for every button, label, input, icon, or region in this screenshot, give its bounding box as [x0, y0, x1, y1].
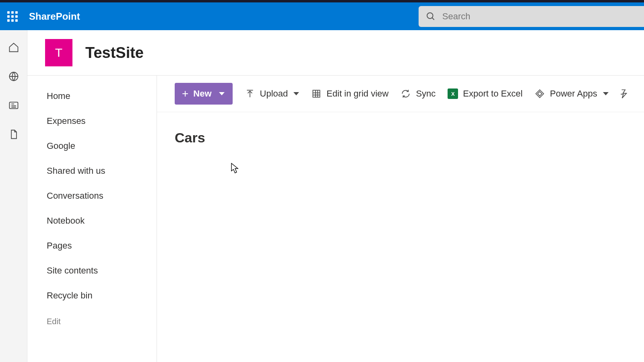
chevron-down-icon [603, 92, 609, 95]
search-input[interactable] [436, 11, 644, 22]
nav-home[interactable]: Home [27, 84, 157, 109]
file-icon [8, 129, 19, 140]
suite-nav-bar: SharePoint [0, 0, 644, 30]
svg-rect-9 [313, 90, 320, 97]
upload-label: Upload [260, 88, 288, 99]
sync-button[interactable]: Sync [400, 88, 436, 99]
export-excel-label: Export to Excel [463, 88, 522, 99]
site-logo[interactable]: T [45, 39, 72, 66]
svg-marker-14 [536, 90, 544, 98]
sync-label: Sync [416, 88, 436, 99]
new-button[interactable]: + New [175, 83, 233, 105]
new-button-label: New [193, 88, 211, 99]
nav-notebook[interactable]: Notebook [27, 208, 157, 233]
app-launcher-button[interactable] [0, 2, 25, 30]
search-icon [426, 11, 436, 22]
list-title: Cars [157, 112, 644, 146]
nav-google[interactable]: Google [27, 134, 157, 158]
svg-marker-15 [538, 92, 542, 96]
left-navigation: Home Expenses Google Shared with us Conv… [27, 76, 157, 362]
site-header: T TestSite [27, 30, 644, 76]
powerapps-button[interactable]: Power Apps [535, 88, 608, 99]
nav-edit-link[interactable]: Edit [27, 308, 157, 326]
excel-icon: X [448, 88, 458, 99]
rail-files-button[interactable] [8, 128, 20, 140]
home-icon [8, 42, 19, 53]
chevron-down-icon [293, 92, 299, 95]
svg-line-1 [432, 18, 434, 20]
plus-icon: + [182, 88, 188, 99]
grid-icon [311, 88, 322, 99]
nav-pages[interactable]: Pages [27, 233, 157, 258]
nav-shared[interactable]: Shared with us [27, 158, 157, 183]
automate-icon [619, 88, 630, 99]
news-icon [8, 100, 19, 111]
waffle-icon [7, 11, 18, 22]
powerapps-icon [535, 88, 545, 99]
upload-button[interactable]: Upload [245, 88, 299, 99]
edit-grid-label: Edit in grid view [326, 88, 388, 99]
rail-news-button[interactable] [8, 99, 20, 111]
powerapps-label: Power Apps [550, 88, 597, 99]
edit-grid-button[interactable]: Edit in grid view [311, 88, 388, 99]
brand-link[interactable]: SharePoint [25, 11, 80, 22]
nav-conversations[interactable]: Conversations [27, 183, 157, 208]
rail-global-button[interactable] [8, 70, 20, 82]
svg-rect-3 [9, 102, 18, 109]
svg-point-0 [427, 12, 433, 18]
chevron-down-icon [219, 92, 225, 95]
app-rail [0, 30, 27, 362]
sync-icon [400, 88, 411, 99]
automate-button[interactable] [619, 88, 630, 99]
content-area: + New Upload [157, 76, 644, 362]
nav-site-contents[interactable]: Site contents [27, 258, 157, 283]
site-logo-letter: T [55, 46, 62, 60]
nav-expenses[interactable]: Expenses [27, 109, 157, 134]
search-box[interactable] [419, 6, 644, 27]
rail-home-button[interactable] [8, 41, 20, 53]
site-title[interactable]: TestSite [85, 44, 144, 62]
nav-recycle-bin[interactable]: Recycle bin [27, 283, 157, 308]
globe-icon [8, 71, 19, 82]
export-excel-button[interactable]: X Export to Excel [448, 88, 522, 99]
upload-icon [245, 88, 255, 99]
command-bar: + New Upload [157, 76, 644, 112]
